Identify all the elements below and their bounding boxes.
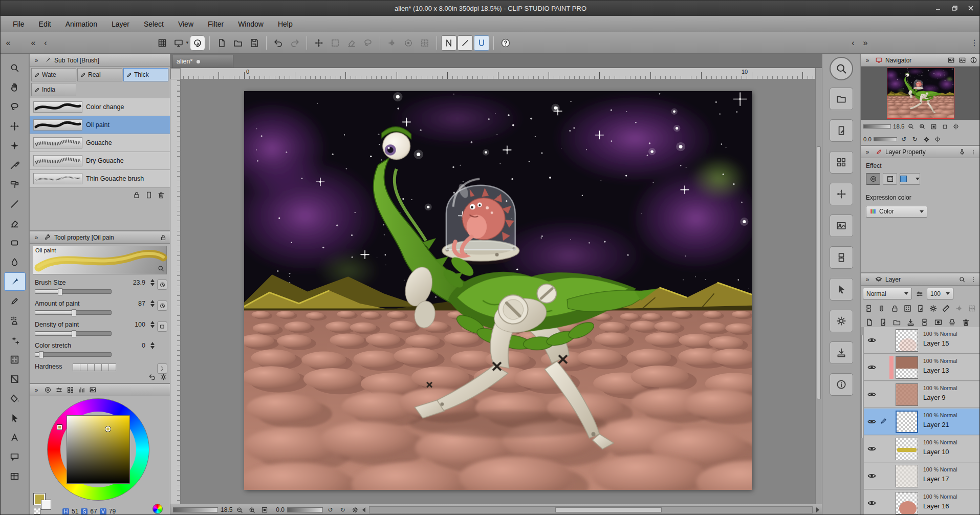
transparent-color-swatch[interactable]	[34, 508, 40, 514]
image-tab-icon[interactable]	[946, 56, 955, 65]
layer-thumbnail[interactable]	[896, 356, 918, 379]
tool-object[interactable]	[4, 409, 26, 427]
subtool-item[interactable]: Dry Gouache	[30, 152, 170, 170]
delete-subtool-icon[interactable]	[157, 190, 166, 200]
rotate-right-icon[interactable]: ↻	[910, 135, 920, 144]
info-icon[interactable]	[969, 56, 978, 65]
maximize-button[interactable]	[948, 3, 961, 13]
close-button[interactable]	[964, 3, 977, 13]
rotate-left-icon[interactable]: ↺	[325, 505, 335, 514]
layer-row[interactable]: 100 % NormalLayer 21	[864, 409, 980, 435]
value-stepper[interactable]	[150, 300, 155, 307]
tool-brush[interactable]	[4, 272, 26, 291]
property-slider[interactable]	[35, 352, 112, 357]
layer-thumbnail[interactable]	[896, 383, 918, 406]
color-slider-tab-icon[interactable]	[54, 385, 63, 395]
material-palette-icon-4[interactable]	[830, 183, 853, 205]
reset-icon[interactable]	[147, 372, 157, 381]
color-set-tab-icon[interactable]	[66, 385, 75, 395]
subtool-item[interactable]: Thin Gouache brush	[30, 170, 170, 188]
material-palette-icon-1[interactable]	[830, 88, 853, 110]
layer-row[interactable]: 100 % NormalLayer 17	[864, 463, 980, 489]
copy-subtool-icon[interactable]	[144, 190, 154, 200]
help-button[interactable]	[498, 35, 513, 51]
layer-row[interactable]: 100 % NormalLayer 9	[864, 381, 980, 408]
snap-to-grid-button[interactable]	[417, 35, 432, 51]
menu-filter[interactable]: Filter	[201, 16, 231, 32]
menu-window[interactable]: Window	[231, 16, 271, 32]
new-file-button[interactable]	[214, 35, 229, 51]
property-value[interactable]: 87	[138, 300, 145, 307]
snap-a-icon[interactable]	[953, 303, 965, 314]
approx-color-tab-icon[interactable]	[88, 385, 97, 395]
tool-gradient[interactable]	[4, 370, 26, 388]
magnifier-icon[interactable]	[156, 264, 165, 273]
subtool-tab-wate[interactable]: Wate	[31, 68, 76, 81]
panel-collapse-icon[interactable]: »	[32, 56, 41, 65]
layer-name[interactable]: Layer 9	[923, 394, 945, 401]
vertical-scroll-thumb[interactable]	[817, 146, 821, 399]
layer-thumbnail[interactable]	[896, 329, 918, 352]
ruler-icon[interactable]	[940, 303, 952, 314]
menu-animation[interactable]: Animation	[58, 16, 104, 32]
rotation-slider[interactable]	[287, 507, 323, 512]
rotate-left-icon[interactable]: ↺	[899, 135, 908, 144]
layer-thumbnail[interactable]	[896, 492, 918, 514]
layer-search-icon[interactable]	[957, 275, 967, 284]
material-palette-icon-10[interactable]	[830, 373, 853, 396]
lock-icon[interactable]	[159, 233, 168, 242]
pin-icon[interactable]	[957, 147, 967, 157]
clip-to-layer-below-icon[interactable]	[876, 303, 887, 314]
panel-collapse-icon[interactable]: »	[863, 147, 872, 157]
tone-effect-icon[interactable]	[883, 173, 897, 185]
layer-name[interactable]: Layer 16	[923, 502, 949, 510]
panel-menu-icon[interactable]	[969, 147, 978, 157]
material-palette-icon-8[interactable]	[830, 310, 853, 332]
combine-layers-icon[interactable]	[863, 303, 875, 314]
sv-marker[interactable]	[105, 426, 111, 432]
horizontal-scroll-thumb[interactable]	[555, 507, 662, 512]
dropdown-caret-icon[interactable]: ▼	[185, 40, 189, 45]
undo-button[interactable]	[271, 35, 286, 51]
tool-zoom[interactable]	[4, 58, 26, 77]
move-layer-button[interactable]	[311, 35, 326, 51]
collapse-panel-icon[interactable]: ‹	[40, 35, 51, 51]
canvas-display-switch-button[interactable]	[171, 35, 186, 51]
layer-name[interactable]: Layer 21	[923, 421, 949, 428]
minimize-button[interactable]	[931, 3, 945, 13]
zoom-slider[interactable]	[173, 507, 218, 512]
border-effect-icon[interactable]	[866, 173, 880, 185]
material-palette-icon-5[interactable]	[830, 214, 853, 237]
pressure-dynamics-icon[interactable]	[157, 280, 167, 290]
opacity-slider-icon[interactable]	[913, 288, 926, 299]
color-history-tab-icon[interactable]	[77, 385, 86, 395]
stabilization-button[interactable]	[474, 35, 489, 51]
property-slider[interactable]	[35, 331, 112, 336]
property-value[interactable]: 100	[135, 321, 145, 328]
expand-right-panels-icon[interactable]: »	[860, 35, 871, 51]
new-raster-layer-icon[interactable]	[863, 317, 876, 328]
set-reference-icon[interactable]	[927, 303, 939, 314]
workspace-grid-button[interactable]	[155, 35, 170, 51]
layer-row[interactable]: 100 % NormalLayer 10	[864, 436, 980, 462]
collapse-right-panels-icon[interactable]: ‹	[847, 35, 859, 51]
tool-balloon[interactable]	[4, 447, 26, 466]
layer-color-effect-icon[interactable]	[900, 173, 920, 185]
tool-text[interactable]	[4, 428, 26, 446]
opacity-field[interactable]: 100	[927, 288, 953, 299]
antialias-line-button[interactable]	[458, 35, 473, 51]
tool-move-hand[interactable]	[4, 78, 26, 96]
tool-decoration[interactable]	[4, 331, 26, 349]
apply-mask-icon[interactable]	[946, 317, 959, 328]
tool-tone[interactable]	[4, 350, 26, 369]
expression-color-dropdown[interactable]: Color	[866, 206, 927, 218]
search-palette-icon[interactable]	[830, 57, 853, 80]
panel-collapse-icon[interactable]: »	[32, 233, 41, 242]
material-palette-icon-7[interactable]	[830, 278, 853, 301]
reset-view-icon[interactable]	[350, 505, 360, 514]
hardness-segments[interactable]	[73, 363, 116, 371]
blend-mode-dropdown[interactable]: Normal	[863, 288, 912, 299]
tool-blend[interactable]	[4, 253, 26, 271]
layer-visibility-eye-icon[interactable]	[867, 498, 877, 508]
subview-tab-icon[interactable]	[957, 56, 967, 65]
